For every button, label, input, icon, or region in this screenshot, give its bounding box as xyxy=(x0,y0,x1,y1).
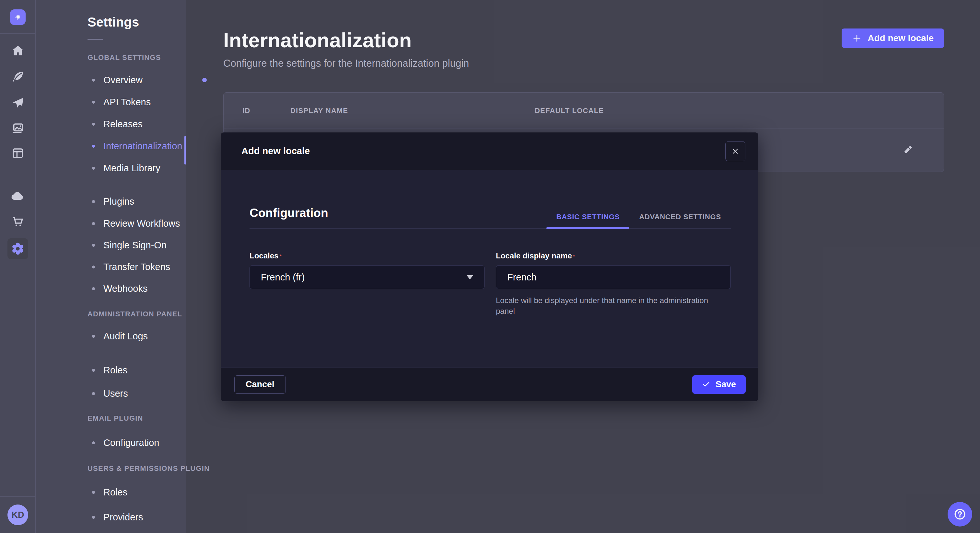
check-icon xyxy=(702,380,710,389)
display-name-label: Locale display name xyxy=(496,251,572,260)
tab-basic-settings[interactable]: BASIC SETTINGS xyxy=(546,206,629,228)
locales-field: Locales* French (fr) xyxy=(250,251,485,324)
configuration-heading: Configuration xyxy=(250,206,328,220)
tab-label: BASIC SETTINGS xyxy=(556,213,620,221)
add-locale-modal: Add new locale Configuration BASIC SETTI… xyxy=(221,132,758,401)
locales-label: Locales xyxy=(250,251,278,260)
close-icon xyxy=(732,148,739,155)
modal-title: Add new locale xyxy=(242,146,310,156)
app-screen: KD Settings GLOBAL SETTINGS Overview API… xyxy=(0,0,980,533)
display-name-input[interactable]: French xyxy=(496,265,731,289)
modal-fields: Locales* French (fr) Locale display name… xyxy=(250,251,731,324)
cancel-button[interactable]: Cancel xyxy=(234,375,286,394)
display-name-field: Locale display name* French Locale will … xyxy=(496,251,731,324)
locales-select-value: French (fr) xyxy=(261,272,467,283)
tab-advanced-settings[interactable]: ADVANCED SETTINGS xyxy=(629,206,731,228)
save-button[interactable]: Save xyxy=(692,375,746,394)
modal-close-button[interactable] xyxy=(725,141,745,161)
save-button-label: Save xyxy=(716,379,736,390)
modal-footer: Cancel Save xyxy=(221,367,758,401)
required-asterisk: * xyxy=(573,254,575,259)
display-name-helper-text: Locale will be displayed under that name… xyxy=(496,295,723,316)
settings-tabs: BASIC SETTINGS ADVANCED SETTINGS xyxy=(546,206,731,228)
tab-label: ADVANCED SETTINGS xyxy=(639,213,721,221)
modal-body: Configuration BASIC SETTINGS ADVANCED SE… xyxy=(221,170,758,367)
locales-select[interactable]: French (fr) xyxy=(250,265,485,289)
modal-section-header: Configuration BASIC SETTINGS ADVANCED SE… xyxy=(250,170,731,228)
modal-header: Add new locale xyxy=(221,132,758,170)
required-asterisk: * xyxy=(279,254,281,259)
chevron-down-icon xyxy=(467,275,473,279)
display-name-input-value: French xyxy=(507,272,719,283)
